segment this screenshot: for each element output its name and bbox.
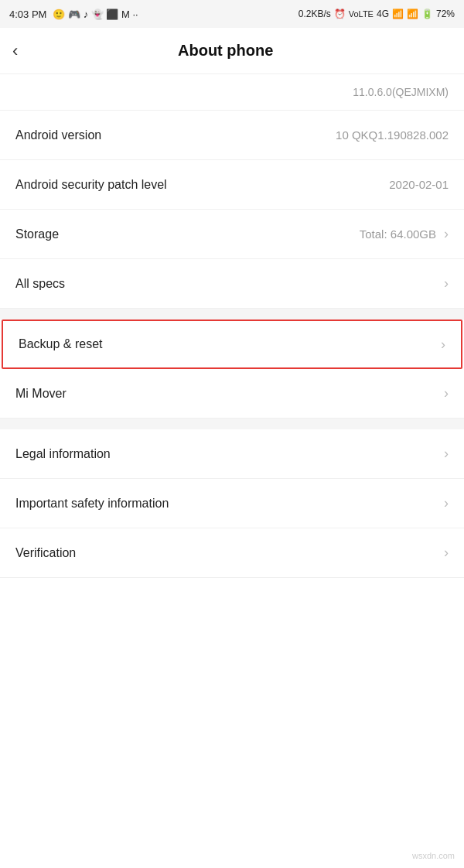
- miui-version-text: 11.0.6.0(QEJMIXM): [353, 86, 449, 98]
- status-time: 4:03 PM 🙂 🎮 ♪ 👻 ⬛ M ··: [9, 9, 138, 20]
- android-version-row: Android version 10 QKQ1.190828.002: [0, 111, 464, 160]
- legal-information-chevron: ›: [444, 446, 449, 462]
- legal-information-row[interactable]: Legal information ›: [0, 429, 464, 479]
- legal-information-value: ›: [441, 446, 449, 462]
- all-specs-chevron: ›: [444, 275, 449, 292]
- section-divider-1: [0, 309, 464, 320]
- security-patch-row: Android security patch level 2020-02-01: [0, 160, 464, 210]
- important-safety-row[interactable]: Important safety information ›: [0, 479, 464, 528]
- page-title: About phone: [24, 42, 427, 60]
- mi-mover-value: ›: [441, 385, 449, 402]
- status-bar: 4:03 PM 🙂 🎮 ♪ 👻 ⬛ M ·· 0.2KB/s ⏰ VoLTE 4…: [0, 0, 464, 28]
- section-divider-2: [0, 419, 464, 429]
- security-patch-value: 2020-02-01: [389, 178, 449, 191]
- mi-mover-row[interactable]: Mi Mover ›: [0, 369, 464, 419]
- legal-information-label: Legal information: [15, 447, 111, 461]
- backup-reset-label: Backup & reset: [19, 337, 103, 351]
- verification-chevron: ›: [444, 545, 449, 561]
- mi-mover-chevron: ›: [444, 385, 449, 402]
- verification-label: Verification: [15, 546, 76, 560]
- important-safety-label: Important safety information: [15, 497, 169, 511]
- header: ‹ About phone: [0, 28, 464, 74]
- android-version-label: Android version: [15, 128, 101, 142]
- storage-chevron: ›: [444, 226, 449, 242]
- storage-value: Total: 64.00GB ›: [360, 226, 449, 242]
- backup-reset-row[interactable]: Backup & reset ›: [2, 320, 462, 369]
- all-specs-row[interactable]: All specs ›: [0, 259, 464, 309]
- security-patch-label: Android security patch level: [15, 178, 167, 192]
- verification-row[interactable]: Verification ›: [0, 528, 464, 578]
- backup-reset-value: ›: [438, 337, 445, 353]
- storage-label: Storage: [15, 227, 59, 241]
- back-button[interactable]: ‹: [12, 38, 24, 64]
- storage-row[interactable]: Storage Total: 64.00GB ›: [0, 210, 464, 259]
- backup-reset-chevron: ›: [441, 337, 445, 353]
- important-safety-chevron: ›: [444, 495, 449, 511]
- android-version-value: 10 QKQ1.190828.002: [336, 128, 449, 142]
- content: 11.0.6.0(QEJMIXM) Android version 10 QKQ…: [0, 74, 464, 578]
- verification-value: ›: [441, 545, 449, 561]
- all-specs-value: ›: [441, 275, 449, 292]
- important-safety-value: ›: [441, 495, 449, 511]
- miui-version-row: 11.0.6.0(QEJMIXM): [0, 74, 464, 111]
- mi-mover-label: Mi Mover: [15, 387, 67, 401]
- watermark: wsxdn.com: [409, 849, 458, 862]
- all-specs-label: All specs: [15, 277, 65, 291]
- status-right: 0.2KB/s ⏰ VoLTE 4G 📶 📶 🔋 72%: [299, 9, 455, 19]
